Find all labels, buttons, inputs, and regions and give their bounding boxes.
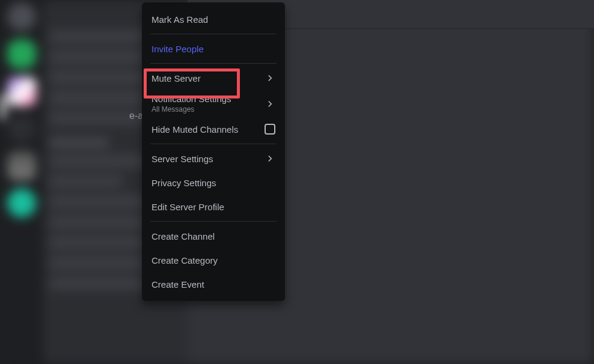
chevron-right-icon <box>265 73 275 83</box>
menu-mark-as-read[interactable]: Mark As Read <box>147 7 280 31</box>
menu-mute-server[interactable]: Mute Server <box>147 66 280 90</box>
active-server-indicator <box>0 95 5 119</box>
server-avatar-4[interactable] <box>7 151 36 180</box>
server-avatar-1[interactable] <box>7 40 36 68</box>
server-avatar-5[interactable] <box>7 189 36 217</box>
menu-label: Invite People <box>152 44 204 54</box>
menu-separator <box>150 221 277 222</box>
chevron-right-icon <box>265 153 275 164</box>
background-layer <box>0 0 594 364</box>
server-avatar-2[interactable] <box>7 77 36 106</box>
menu-hide-muted-channels[interactable]: Hide Muted Channels <box>147 117 280 141</box>
server-avatar-3[interactable] <box>7 114 36 143</box>
menu-create-channel[interactable]: Create Channel <box>147 224 280 248</box>
menu-separator <box>150 63 277 64</box>
channel-item[interactable] <box>49 154 155 168</box>
channel-item[interactable] <box>49 50 155 64</box>
server-context-menu: Mark As Read Invite People Mute Server N… <box>142 2 285 301</box>
menu-label: Mute Server <box>152 73 201 83</box>
dm-avatar[interactable] <box>7 2 36 31</box>
menu-notification-settings[interactable]: Notification Settings All Messages <box>147 90 280 117</box>
menu-label: Server Settings <box>152 154 213 164</box>
menu-separator <box>150 34 277 34</box>
menu-privacy-settings[interactable]: Privacy Settings <box>147 171 280 195</box>
chevron-right-icon <box>265 99 275 109</box>
menu-create-event[interactable]: Create Event <box>147 272 280 296</box>
channel-item[interactable] <box>49 256 155 270</box>
channel-item[interactable] <box>49 216 155 229</box>
menu-invite-people[interactable]: Invite People <box>147 37 280 61</box>
menu-label: Create Channel <box>152 231 215 241</box>
menu-label: Notification Settings <box>152 94 231 104</box>
menu-create-category[interactable]: Create Category <box>147 248 280 272</box>
menu-label: Create Event <box>152 279 204 290</box>
menu-label: Hide Muted Channels <box>152 124 238 135</box>
menu-label: Edit Server Profile <box>152 202 224 212</box>
channel-category[interactable] <box>49 138 109 147</box>
menu-label: Privacy Settings <box>152 178 216 188</box>
menu-server-settings[interactable]: Server Settings <box>147 147 280 171</box>
menu-separator <box>150 144 277 144</box>
menu-edit-server-profile[interactable]: Edit Server Profile <box>147 195 280 219</box>
menu-label: Create Category <box>152 255 218 265</box>
channel-item[interactable] <box>49 175 122 188</box>
menu-sublabel: All Messages <box>152 105 231 114</box>
server-rail <box>0 0 43 364</box>
menu-label: Mark As Read <box>152 14 208 25</box>
checkbox-icon <box>265 124 275 135</box>
